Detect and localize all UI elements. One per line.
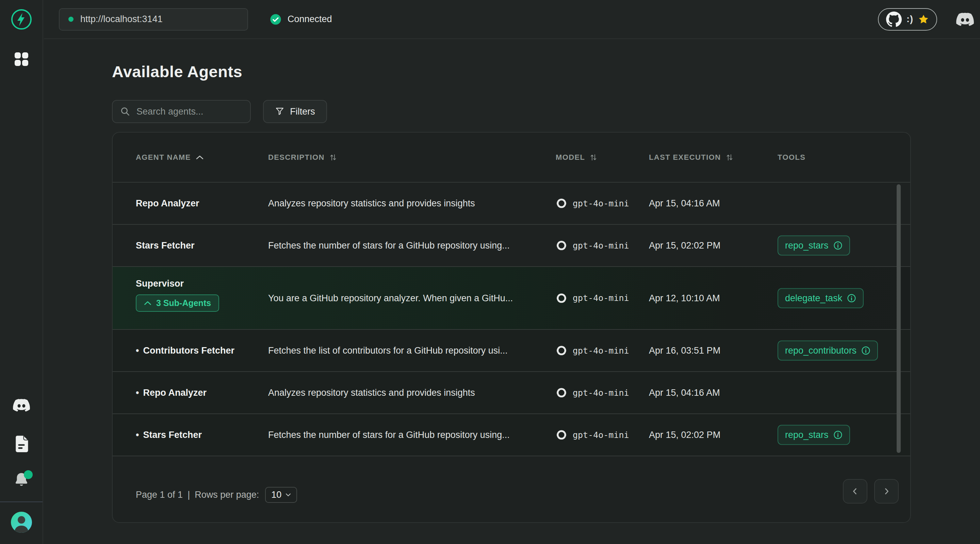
last-execution: Apr 15, 02:02 PM [649,240,721,251]
table-row[interactable]: Stars Fetcher Fetches the number of star… [113,224,910,266]
agent-name: Supervisor [136,278,184,289]
discord-link-icon[interactable] [956,13,974,26]
table-row[interactable]: Repo Analyzer Analyzes repository statis… [113,182,910,224]
pagination-bar: Page 1 of 1 | Rows per page: 10 [113,454,910,522]
agent-name: Contributors Fetcher [143,346,234,356]
rows-per-page-select[interactable]: 10 [265,487,297,503]
column-label: TOOLS [778,153,805,162]
agent-description: Fetches the number of stars for a GitHub… [268,240,510,251]
notification-dot [24,470,33,479]
server-url: http://localhost:3141 [80,14,163,24]
search-agents-box [112,100,251,123]
prev-page-button[interactable] [843,479,867,504]
table-row-subagent[interactable]: •Contributors Fetcher Fetches the list o… [113,329,910,371]
tool-name: delegate_task [785,293,842,303]
main-content: Available Agents Filters AGENT NAME [44,40,980,544]
connection-status: Connected [270,14,332,25]
star-icon [918,14,929,25]
rows-per-page-label: Rows per page: [195,490,259,500]
sidebar-divider [0,501,43,502]
column-header-description[interactable]: DESCRIPTION [268,153,337,162]
table-scrollbar-thumb[interactable] [897,184,901,453]
tool-badge[interactable]: delegate_task [778,288,864,308]
user-avatar[interactable] [11,512,32,533]
tool-badge[interactable]: repo_contributors [778,341,878,361]
column-header-tools: TOOLS [778,153,805,162]
agent-description: Fetches the number of stars for a GitHub… [268,430,510,440]
agent-name: Stars Fetcher [143,430,202,440]
github-star-button[interactable]: :) [878,8,937,30]
last-execution: Apr 15, 04:16 AM [649,198,720,209]
table-row-subagent[interactable]: •Repo Analyzer Analyzes repository stati… [113,371,910,414]
tool-name: repo_stars [785,240,829,251]
sidebar-item-discord[interactable] [13,399,30,412]
model-name: gpt-4o-mini [573,430,629,440]
agent-name: Stars Fetcher [136,240,195,251]
sort-both-icon [726,154,733,161]
model-name: gpt-4o-mini [573,388,629,398]
info-icon[interactable] [861,346,870,355]
grid-icon [14,52,29,67]
chevron-down-icon [285,493,291,497]
sidebar-item-dashboard[interactable] [14,52,29,67]
server-url-input[interactable]: http://localhost:3141 [59,8,248,30]
info-icon[interactable] [847,293,856,303]
last-execution: Apr 15, 02:02 PM [649,430,721,440]
openai-icon [556,429,567,441]
subagents-toggle[interactable]: 3 Sub-Agents [136,295,219,312]
info-icon[interactable] [833,241,843,250]
lightning-bolt-icon [11,8,32,30]
column-label: DESCRIPTION [268,153,325,162]
model-name: gpt-4o-mini [573,198,629,208]
openai-icon [556,240,567,251]
chevron-up-icon [144,301,151,305]
model-name: gpt-4o-mini [573,293,629,303]
table-row-supervisor[interactable]: Supervisor 3 Sub-Agents You are a GitHub… [113,266,910,329]
tool-badge[interactable]: repo_stars [778,425,850,445]
openai-icon [556,198,567,209]
sort-both-icon [329,154,337,161]
app-logo[interactable] [11,8,32,30]
rows-per-page-value: 10 [271,490,282,500]
last-execution: Apr 15, 04:16 AM [649,388,720,398]
search-input[interactable] [137,106,243,117]
openai-icon [556,387,567,398]
column-header-last-execution[interactable]: LAST EXECUTION [649,153,733,162]
filters-button[interactable]: Filters [263,100,327,123]
sidebar-item-notifications[interactable] [13,471,30,488]
openai-icon [556,292,567,304]
sidebar-item-docs[interactable] [14,435,29,452]
table-header: AGENT NAME DESCRIPTION MODEL LAST EXECUT… [113,133,910,182]
last-execution: Apr 12, 10:10 AM [649,293,720,303]
topbar: http://localhost:3141 Connected :) [44,0,980,39]
tool-name: repo_stars [785,430,829,440]
page-title: Available Agents [112,62,242,81]
column-label: AGENT NAME [136,153,191,162]
agent-description: Analyzes repository statistics and provi… [268,198,475,209]
filter-funnel-icon [275,107,285,116]
check-circle-icon [270,14,282,25]
agent-description: Fetches the list of contributors for a G… [268,346,508,356]
column-header-agent-name[interactable]: AGENT NAME [136,153,204,162]
sidebar [0,0,43,544]
tool-badge[interactable]: repo_stars [778,236,850,256]
agents-table: AGENT NAME DESCRIPTION MODEL LAST EXECUT… [112,132,911,523]
subagents-count-label: 3 Sub-Agents [156,298,211,308]
sort-asc-icon [196,155,204,160]
column-label: MODEL [556,153,585,162]
table-row-subagent[interactable]: •Stars Fetcher Fetches the number of sta… [113,414,910,455]
subagent-bullet: • [136,430,139,440]
model-name: gpt-4o-mini [573,241,629,251]
document-icon [14,435,29,452]
next-page-button[interactable] [874,479,899,504]
page-indicator: Page 1 of 1 [136,490,183,500]
info-icon[interactable] [833,430,843,439]
status-dot [68,17,73,22]
tool-name: repo_contributors [785,346,856,356]
column-header-model[interactable]: MODEL [556,153,597,162]
github-icon [886,11,902,27]
github-emote: :) [907,14,913,24]
connection-status-label: Connected [288,14,332,24]
model-name: gpt-4o-mini [573,346,629,356]
chevron-right-icon [882,487,891,495]
